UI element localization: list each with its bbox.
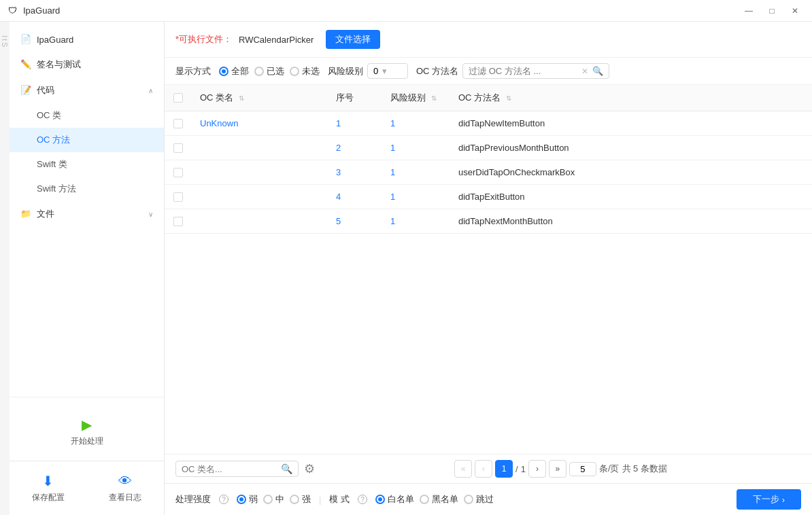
mode-skip[interactable]: 跳过 — [464, 493, 494, 505]
close-button[interactable]: ✕ — [786, 5, 804, 17]
sidebar-item-sign-test[interactable]: ✏️ 签名与测试 — [10, 52, 164, 77]
th-risk: 风险级别 ⇅ — [382, 85, 450, 111]
row-seq: 2 — [328, 136, 382, 160]
next-step-button[interactable]: 下一步 › — [737, 489, 801, 510]
content-area: *可执行文件： RWCalendarPicker 文件选择 显示方式 全部 已选… — [165, 22, 812, 515]
code-arrow: ∧ — [148, 87, 153, 94]
files-icon: 📁 — [20, 209, 31, 219]
sidebar-item-oc-class[interactable]: OC 类 — [10, 103, 164, 128]
prev-page-button[interactable]: ‹ — [475, 460, 492, 478]
method-sort-icon[interactable]: ⇅ — [506, 94, 511, 102]
row-check-cell — [165, 111, 192, 136]
titlebar: 🛡 IpaGuard — □ ✕ — [0, 0, 812, 22]
row-check-cell — [165, 185, 192, 209]
sidebar-item-ipaguard[interactable]: 📄 IpaGuard — [10, 27, 164, 52]
row-check-cell — [165, 209, 192, 234]
risk-level-filter: 风险级别 0 ▾ — [328, 63, 408, 79]
row-checkbox[interactable] — [173, 192, 183, 202]
play-icon: ▶ — [82, 416, 92, 433]
sign-test-icon: ✏️ — [20, 59, 31, 70]
strength-weak[interactable]: 弱 — [237, 493, 258, 505]
radio-selected[interactable]: 已选 — [254, 65, 284, 77]
mode-blacklist[interactable]: 黑名单 — [420, 493, 458, 505]
next-arrow-icon: › — [782, 495, 785, 505]
method-name-filter: OC 方法名 ✕ 🔍 — [416, 63, 609, 79]
table-body: UnKnown 1 1 didTapNewItemButton 2 1 didT… — [165, 111, 812, 234]
sidebar-item-files[interactable]: 📁 文件 ∨ — [10, 201, 164, 227]
file-select-button[interactable]: 文件选择 — [326, 30, 380, 49]
app-icon: 🛡 — [8, 5, 19, 16]
view-log-button[interactable]: 👁 查看日志 — [87, 461, 165, 515]
radio-unselected[interactable]: 未选 — [290, 65, 320, 77]
row-class: UnKnown — [192, 111, 328, 136]
table-row: UnKnown 1 1 didTapNewItemButton — [165, 111, 812, 136]
row-class — [192, 136, 328, 160]
blacklist-radio-dot — [420, 495, 429, 504]
sidebar-item-oc-method[interactable]: OC 方法 — [10, 128, 164, 152]
minimize-button[interactable]: — — [740, 5, 758, 17]
method-label: OC 方法名 — [416, 65, 458, 77]
mode-whitelist[interactable]: 白名单 — [375, 493, 414, 505]
first-page-button[interactable]: « — [454, 460, 472, 478]
row-method: didTapPreviousMonthButton — [450, 136, 812, 160]
current-page-button[interactable]: 1 — [495, 460, 513, 478]
sidebar-item-swift-method[interactable]: Swift 方法 — [10, 177, 164, 201]
last-page-button[interactable]: » — [549, 460, 566, 478]
app-title: IpaGuard — [23, 5, 740, 16]
maximize-button[interactable]: □ — [763, 5, 781, 17]
strength-strong[interactable]: 强 — [290, 493, 311, 505]
risk-level-select[interactable]: 0 ▾ — [367, 63, 408, 79]
per-page-label: 条/页 — [599, 463, 620, 475]
radio-all[interactable]: 全部 — [219, 65, 249, 77]
row-risk: 1 — [382, 185, 450, 209]
row-check-cell — [165, 136, 192, 160]
mode-help-icon[interactable]: ? — [358, 495, 367, 504]
next-page-button[interactable]: › — [528, 460, 546, 478]
th-class: OC 类名 ⇅ — [192, 85, 328, 111]
header-checkbox[interactable] — [173, 93, 183, 103]
required-label: *可执行文件： — [175, 33, 232, 46]
strength-medium[interactable]: 中 — [263, 493, 284, 505]
save-config-button[interactable]: ⬇ 保存配置 — [10, 461, 87, 515]
row-checkbox[interactable] — [173, 119, 183, 128]
view-log-icon: 👁 — [118, 474, 132, 489]
bottom-search-bar: 🔍 ⚙ « ‹ 1 / 1 › » 条/页 共 5 条数据 — [165, 454, 812, 483]
row-seq: 5 — [328, 209, 382, 234]
clear-filter-icon[interactable]: ✕ — [581, 67, 588, 76]
th-seq: 序号 — [328, 85, 382, 111]
sidebar-item-code[interactable]: 📝 代码 ∧ — [10, 77, 164, 103]
row-seq: 1 — [328, 111, 382, 136]
page-size-input[interactable] — [569, 462, 596, 476]
class-search-icon[interactable]: 🔍 — [281, 463, 292, 474]
mode-label: 模 式 — [329, 493, 350, 505]
strength-help-icon[interactable]: ? — [219, 495, 229, 504]
start-process-button[interactable]: ▶ 开始处理 — [63, 408, 112, 455]
row-class — [192, 160, 328, 185]
toolbar: *可执行文件： RWCalendarPicker 文件选择 — [165, 22, 812, 58]
left-stripe: ItS — [0, 22, 10, 515]
row-checkbox[interactable] — [173, 168, 183, 177]
method-search-input[interactable] — [469, 66, 577, 76]
risk-sort-icon[interactable]: ⇅ — [431, 94, 437, 102]
row-check-cell — [165, 160, 192, 185]
chevron-down-icon: ▾ — [382, 66, 387, 76]
sidebar-item-swift-class[interactable]: Swift 类 — [10, 152, 164, 177]
skip-radio-dot — [464, 495, 473, 504]
sidebar-bottom-actions: ⬇ 保存配置 👁 查看日志 — [10, 461, 164, 515]
risk-level-label: 风险级别 — [328, 65, 363, 77]
row-checkbox[interactable] — [173, 217, 183, 226]
row-risk: 1 — [382, 209, 450, 234]
table-row: 4 1 didTapExitButton — [165, 185, 812, 209]
class-search-input[interactable] — [182, 464, 277, 474]
row-risk: 1 — [382, 136, 450, 160]
sidebar-nav: 📄 IpaGuard ✏️ 签名与测试 📝 代码 ∧ OC 类 OC 方法 Sw… — [10, 22, 164, 397]
files-arrow: ∨ — [148, 211, 153, 218]
medium-radio-dot — [263, 495, 273, 504]
search-icon[interactable]: 🔍 — [592, 66, 603, 76]
row-checkbox[interactable] — [173, 143, 183, 153]
class-sort-icon[interactable]: ⇅ — [239, 94, 244, 102]
settings-icon[interactable]: ⚙ — [304, 461, 315, 476]
window-controls: — □ ✕ — [740, 5, 804, 17]
total-records: 共 5 条数据 — [622, 463, 667, 475]
strength-label: 处理强度 — [175, 493, 211, 505]
